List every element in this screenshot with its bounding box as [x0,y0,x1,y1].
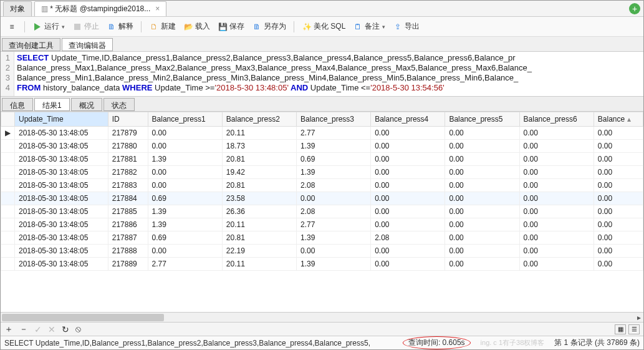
cell[interactable]: 0.00 [445,140,519,153]
cell[interactable]: 1.39 [296,140,370,153]
cell[interactable]: 0.00 [148,127,222,140]
cell[interactable]: 0.00 [519,179,594,192]
cell[interactable]: 0.00 [445,127,519,140]
cell[interactable]: 0.00 [445,153,519,166]
cell[interactable]: 0.00 [519,258,594,271]
cell[interactable]: 0.00 [594,218,643,231]
cell[interactable]: 0.69 [148,231,222,245]
col-bp1[interactable]: Balance_press1 [148,112,222,127]
cell[interactable]: 0.00 [445,258,519,271]
new-button[interactable]: 🗋新建 [147,20,178,33]
cell[interactable]: 0.00 [519,205,594,218]
cell[interactable]: 0.00 [445,218,519,231]
table-row[interactable]: ▶2018-05-30 13:48:052178790.0020.112.770… [1,127,643,140]
cell[interactable]: 0.00 [445,166,519,179]
stop-fetch-button[interactable]: ⦸ [75,324,81,334]
cell[interactable]: 2018-05-30 13:48:05 [15,140,108,153]
cell[interactable]: 217887 [108,231,148,245]
cell[interactable]: 0.00 [594,127,643,140]
cell[interactable]: 0.00 [371,166,445,179]
table-row[interactable]: 2018-05-30 13:48:052178870.6920.811.392.… [1,231,643,245]
cell[interactable]: 20.11 [222,218,296,231]
table-row[interactable]: 2018-05-30 13:48:052178800.0018.731.390.… [1,140,643,153]
stop-button[interactable]: 停止 [70,20,102,33]
cell[interactable]: 20.81 [222,179,296,192]
col-bp3[interactable]: Balance_press3 [296,112,370,127]
cell[interactable]: 0.00 [371,153,445,166]
col-bp5[interactable]: Balance_press5 [445,112,519,127]
note-button[interactable]: 🗒备注▾ [350,20,388,33]
table-row[interactable]: 2018-05-30 13:48:052178820.0019.421.390.… [1,166,643,179]
cell[interactable]: 1.39 [148,153,222,166]
cell[interactable]: 1.39 [296,258,370,271]
cell[interactable]: 217885 [108,205,148,218]
cell[interactable]: 2018-05-30 13:48:05 [15,153,108,166]
cell[interactable]: 2018-05-30 13:48:05 [15,127,108,140]
commit-button[interactable]: ✓ [34,324,42,334]
cell[interactable]: 0.00 [594,166,643,179]
cell[interactable]: 2018-05-30 13:48:05 [15,192,108,205]
table-row[interactable]: 2018-05-30 13:48:052178840.6923.580.000.… [1,192,643,205]
col-bp6[interactable]: Balance_press6 [519,112,594,127]
delete-row-button[interactable]: － [19,324,28,335]
cell[interactable]: 2.77 [296,127,370,140]
cell[interactable]: 217889 [108,258,148,271]
cell[interactable]: 2.77 [148,258,222,271]
sql-code[interactable]: SELECT Update_Time,ID,Balance_press1,Bal… [14,52,643,96]
cell[interactable]: 0.00 [371,205,445,218]
cell[interactable]: 2018-05-30 13:48:05 [15,231,108,245]
cell[interactable]: 2018-05-30 13:48:05 [15,166,108,179]
table-row[interactable]: 2018-05-30 13:48:052178851.3926.362.080.… [1,205,643,218]
col-bp4[interactable]: Balance_press4 [371,112,445,127]
horizontal-scrollbar[interactable]: ◂ ▸ [1,312,643,322]
cell[interactable]: 0.00 [296,245,370,258]
cell[interactable]: 0.00 [594,258,643,271]
cell[interactable]: 0.69 [148,192,222,205]
cell[interactable]: 20.81 [222,231,296,245]
table-row[interactable]: 2018-05-30 13:48:052178830.0020.812.080.… [1,179,643,192]
cell[interactable]: 0.00 [148,166,222,179]
cell[interactable]: 217888 [108,245,148,258]
cell[interactable]: 217884 [108,192,148,205]
cell[interactable]: 0.00 [371,192,445,205]
cell[interactable]: 0.00 [594,205,643,218]
cell[interactable]: 0.00 [594,140,643,153]
subtab-builder[interactable]: 查询创建工具 [2,38,60,51]
col-bp2[interactable]: Balance_press2 [222,112,296,127]
col-update-time[interactable]: Update_Time [15,112,108,127]
cell[interactable]: 20.11 [222,258,296,271]
cell[interactable]: 22.19 [222,245,296,258]
cell[interactable]: 1.39 [148,218,222,231]
cell[interactable]: 217880 [108,140,148,153]
cell[interactable]: 0.00 [148,245,222,258]
cell[interactable]: 2.08 [296,205,370,218]
tab-result1[interactable]: 结果1 [34,98,70,111]
table-row[interactable]: 2018-05-30 13:48:052178892.7720.111.390.… [1,258,643,271]
cell[interactable]: 2018-05-30 13:48:05 [15,258,108,271]
cell[interactable]: 0.00 [519,166,594,179]
cell[interactable]: 0.00 [445,192,519,205]
col-more[interactable]: Balance ▴ [594,112,643,127]
cell[interactable]: 2018-05-30 13:48:05 [15,218,108,231]
cell[interactable]: 0.00 [445,231,519,245]
explain-button[interactable]: 🗎解释 [104,20,136,33]
cell[interactable]: 20.11 [222,127,296,140]
export-button[interactable]: ⇪导出 [390,20,422,33]
cell[interactable]: 0.00 [296,192,370,205]
cell[interactable]: 0.00 [519,140,594,153]
cell[interactable]: 0.00 [594,179,643,192]
cell[interactable]: 20.81 [222,153,296,166]
table-row[interactable]: 2018-05-30 13:48:052178811.3920.810.690.… [1,153,643,166]
cell[interactable]: 0.00 [594,153,643,166]
tab-info[interactable]: 信息 [2,98,33,111]
cell[interactable]: 0.00 [148,140,222,153]
cell[interactable]: 0.00 [594,192,643,205]
cell[interactable]: 2.08 [296,179,370,192]
close-icon[interactable]: × [155,4,160,13]
cell[interactable]: 1.39 [296,231,370,245]
cell[interactable]: 0.00 [519,127,594,140]
cell[interactable]: 0.00 [148,179,222,192]
cell[interactable]: 0.00 [519,245,594,258]
scroll-thumb[interactable] [2,314,164,321]
saveas-button[interactable]: 🗎另存为 [249,20,289,33]
